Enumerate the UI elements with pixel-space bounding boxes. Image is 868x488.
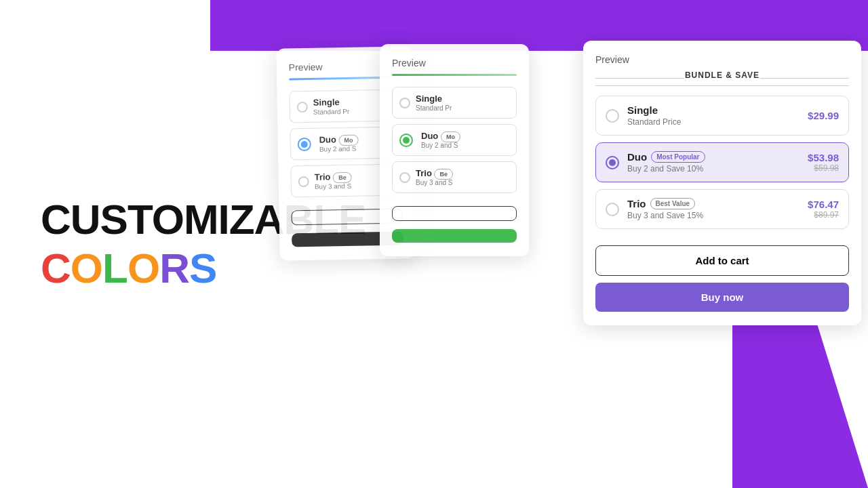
letter-c: C <box>41 245 71 291</box>
card3-trio-option[interactable]: Trio Best Value Buy 3 and Save 15% $76.4… <box>595 189 849 229</box>
card2-single-subtitle: Standard Pr <box>416 104 509 112</box>
card3-duo-info: Duo Most Popular Buy 2 and Save 10% <box>627 151 808 174</box>
headline-line2: COLORS <box>41 245 216 291</box>
card3-trio-subtitle: Buy 3 and Save 15% <box>627 211 808 220</box>
card3-duo-radio[interactable] <box>606 156 619 169</box>
card3-single-subtitle: Standard Price <box>627 117 808 127</box>
card1-single-radio[interactable] <box>297 101 308 112</box>
bundle-save-text: BUNDLE & SAVE <box>685 70 760 80</box>
letter-s: S <box>189 245 216 291</box>
trio-value-badge: Best Value <box>650 198 696 209</box>
card3-trio-info: Trio Best Value Buy 3 and Save 15% <box>627 198 808 220</box>
card3-duo-price-orig: $59.98 <box>808 163 839 173</box>
card2-accent-line <box>392 74 517 76</box>
card3-single-radio[interactable] <box>606 109 619 123</box>
card2-trio-subtitle: Buy 3 and S <box>416 179 509 186</box>
card3-single-price: $29.99 <box>808 110 839 121</box>
card2-trio-title: Trio Be <box>416 168 509 178</box>
card2-duo-option[interactable]: Duo Mo Buy 2 and S <box>392 124 517 156</box>
card3-trio-title: Trio Best Value <box>627 198 808 209</box>
card2-buy-now-button[interactable] <box>392 229 517 243</box>
card2-duo-title: Duo Mo <box>421 131 509 141</box>
card2-single-info: Single Standard Pr <box>416 94 509 112</box>
card1-trio-radio[interactable] <box>298 176 309 186</box>
card3-trio-price-main: $76.47 <box>808 199 839 210</box>
card3-duo-price-main: $53.98 <box>808 152 839 163</box>
card3-duo-option[interactable]: Duo Most Popular Buy 2 and Save 10% $53.… <box>595 142 849 182</box>
letter-l: L <box>102 245 127 291</box>
card3-add-cart-button[interactable]: Add to cart <box>595 245 849 276</box>
card1-duo-radio[interactable] <box>298 137 311 150</box>
card3-trio-radio[interactable] <box>606 203 619 216</box>
card2-trio-option[interactable]: Trio Be Buy 3 and S <box>392 161 517 193</box>
card3-single-option[interactable]: Single Standard Price $29.99 <box>595 96 849 136</box>
letter-o2: O <box>127 245 159 291</box>
card3-single-price-value: $29.99 <box>808 110 839 121</box>
card3-trio-price-orig: $89.97 <box>808 210 839 220</box>
card2-trio-info: Trio Be Buy 3 and S <box>416 168 509 186</box>
card2-single-radio[interactable] <box>399 98 410 108</box>
cards-area: Preview Single Standard Pr Duo Mo Buy 2 … <box>278 41 868 488</box>
card2-duo-subtitle: Buy 2 and S <box>421 142 509 149</box>
letter-o1: O <box>71 245 102 291</box>
card3-duo-subtitle: Buy 2 and Save 10% <box>627 164 808 174</box>
card3-preview-label: Preview <box>595 54 849 65</box>
card2-preview-label: Preview <box>392 58 517 68</box>
card3-buy-now-button[interactable]: Buy now <box>595 283 849 312</box>
preview-card-3: Preview BUNDLE & SAVE Single Standard Pr… <box>583 41 861 325</box>
card3-duo-price: $53.98 $59.98 <box>808 152 839 173</box>
card3-duo-title: Duo Most Popular <box>627 151 808 163</box>
duo-popular-badge: Most Popular <box>651 151 705 163</box>
card2-duo-info: Duo Mo Buy 2 and S <box>421 131 509 149</box>
card2-single-title: Single <box>416 94 509 104</box>
preview-card-2: Preview Single Standard Pr Duo Mo Buy 2 … <box>380 44 529 256</box>
card2-single-option[interactable]: Single Standard Pr <box>392 87 517 119</box>
card2-duo-radio[interactable] <box>399 134 413 147</box>
card2-trio-radio[interactable] <box>399 172 410 183</box>
bundle-save-header: BUNDLE & SAVE <box>595 70 849 86</box>
card2-add-cart-button[interactable] <box>392 206 517 221</box>
card3-single-info: Single Standard Price <box>627 104 808 127</box>
card3-trio-price: $76.47 $89.97 <box>808 199 839 220</box>
card3-single-title: Single <box>627 104 808 116</box>
letter-r: R <box>159 245 189 291</box>
